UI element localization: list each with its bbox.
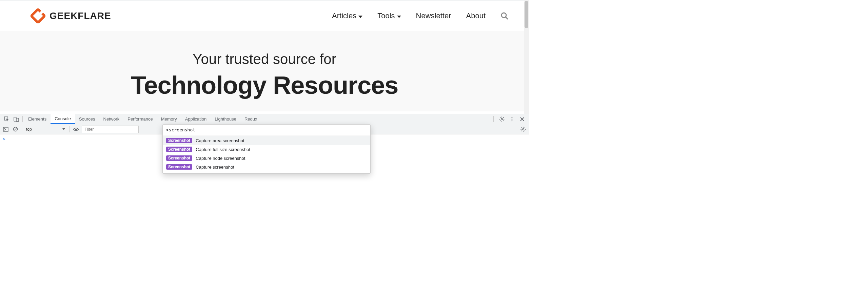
eye-icon bbox=[73, 127, 79, 131]
command-menu-popup: >screenshot Screenshot Capture area scre… bbox=[162, 124, 371, 174]
separator bbox=[69, 126, 70, 132]
tab-application[interactable]: Application bbox=[181, 114, 211, 124]
svg-line-3 bbox=[506, 17, 508, 19]
inspect-element-icon[interactable] bbox=[2, 114, 12, 124]
separator bbox=[493, 116, 494, 122]
logo-text: GEEKFLARE bbox=[50, 10, 111, 21]
more-vertical-icon bbox=[509, 116, 515, 122]
svg-line-30 bbox=[521, 127, 522, 128]
console-filter-input[interactable] bbox=[82, 126, 139, 133]
devtools-tabbar: Elements Console Sources Network Perform… bbox=[0, 114, 529, 124]
command-category-badge: Screenshot bbox=[166, 138, 192, 143]
context-selector[interactable]: top bbox=[25, 126, 66, 133]
site-header: GEEKFLARE Articles Tools Newsletter Abou… bbox=[0, 1, 529, 31]
context-label: top bbox=[26, 127, 32, 132]
command-category-badge: Screenshot bbox=[166, 147, 192, 152]
svg-point-16 bbox=[512, 117, 513, 118]
command-menu-list: Screenshot Capture area screenshot Scree… bbox=[163, 135, 370, 173]
console-settings-button[interactable] bbox=[519, 127, 527, 132]
chevron-down-icon bbox=[358, 16, 362, 18]
nav-newsletter[interactable]: Newsletter bbox=[416, 12, 451, 20]
scrollbar-thumb[interactable] bbox=[525, 1, 528, 28]
tab-memory[interactable]: Memory bbox=[157, 114, 181, 124]
nav-articles[interactable]: Articles bbox=[332, 12, 362, 20]
nav-articles-label: Articles bbox=[332, 12, 356, 20]
clear-icon bbox=[13, 127, 18, 132]
toggle-sidebar-button[interactable] bbox=[2, 127, 9, 132]
device-toolbar-icon[interactable] bbox=[12, 114, 21, 124]
svg-rect-0 bbox=[31, 9, 45, 23]
logo-icon bbox=[31, 8, 45, 23]
svg-rect-6 bbox=[16, 118, 19, 122]
command-menu-input[interactable]: >screenshot bbox=[163, 125, 370, 135]
chevron-down-icon bbox=[397, 16, 401, 18]
live-expression-button[interactable] bbox=[72, 127, 80, 131]
hero-section: Your trusted source for Technology Resou… bbox=[0, 31, 529, 111]
svg-point-24 bbox=[75, 128, 77, 130]
svg-point-17 bbox=[512, 119, 513, 120]
search-button[interactable] bbox=[500, 12, 509, 20]
nav-about-label: About bbox=[466, 12, 486, 20]
close-icon bbox=[520, 117, 525, 122]
separator bbox=[22, 116, 23, 122]
command-item-label: Capture node screenshot bbox=[196, 156, 245, 161]
tab-console[interactable]: Console bbox=[51, 114, 75, 124]
command-item-label: Capture area screenshot bbox=[196, 138, 244, 143]
tab-sources[interactable]: Sources bbox=[75, 114, 99, 124]
command-category-badge: Screenshot bbox=[166, 164, 192, 170]
svg-line-23 bbox=[14, 128, 17, 131]
clear-console-button[interactable] bbox=[12, 127, 19, 132]
search-icon bbox=[500, 12, 509, 20]
site-nav: Articles Tools Newsletter About bbox=[332, 12, 509, 20]
settings-button[interactable] bbox=[498, 116, 505, 123]
chevron-down-icon bbox=[62, 128, 65, 130]
site-logo[interactable]: GEEKFLARE bbox=[31, 8, 111, 23]
tab-redux[interactable]: Redux bbox=[240, 114, 261, 124]
svg-point-25 bbox=[522, 128, 524, 130]
page-scrollbar[interactable] bbox=[524, 0, 529, 114]
nav-about[interactable]: About bbox=[466, 12, 486, 20]
nav-tools[interactable]: Tools bbox=[377, 12, 401, 20]
console-prompt-caret: > bbox=[3, 136, 5, 142]
tab-lighthouse[interactable]: Lighthouse bbox=[211, 114, 240, 124]
hero-subtitle: Your trusted source for bbox=[0, 51, 529, 67]
tab-elements[interactable]: Elements bbox=[24, 114, 51, 124]
gear-icon bbox=[520, 127, 526, 132]
command-category-badge: Screenshot bbox=[166, 155, 192, 161]
hero-title: Technology Resources bbox=[0, 71, 529, 100]
more-button[interactable] bbox=[509, 116, 515, 123]
svg-line-15 bbox=[503, 117, 504, 118]
svg-line-31 bbox=[525, 130, 525, 131]
sidebar-icon bbox=[3, 127, 8, 132]
devtools-right-controls bbox=[492, 116, 527, 123]
command-item-label: Capture screenshot bbox=[196, 165, 234, 170]
svg-line-32 bbox=[521, 130, 522, 131]
command-item-capture-fullsize[interactable]: Screenshot Capture full size screenshot bbox=[163, 145, 370, 154]
close-devtools-button[interactable] bbox=[519, 116, 526, 123]
command-item-capture-area[interactable]: Screenshot Capture area screenshot bbox=[163, 136, 370, 145]
command-item-label: Capture full size screenshot bbox=[196, 147, 250, 152]
nav-tools-label: Tools bbox=[377, 12, 395, 20]
command-item-capture-screenshot[interactable]: Screenshot Capture screenshot bbox=[163, 163, 370, 171]
nav-newsletter-label: Newsletter bbox=[416, 12, 451, 20]
svg-point-18 bbox=[512, 120, 513, 121]
svg-line-33 bbox=[525, 127, 525, 128]
tab-network[interactable]: Network bbox=[99, 114, 124, 124]
svg-line-13 bbox=[503, 120, 504, 121]
svg-line-12 bbox=[500, 117, 501, 118]
svg-line-14 bbox=[500, 120, 501, 121]
command-item-capture-node[interactable]: Screenshot Capture node screenshot bbox=[163, 154, 370, 163]
svg-point-7 bbox=[501, 118, 502, 120]
gear-icon bbox=[499, 116, 505, 122]
separator bbox=[22, 126, 22, 132]
tab-performance[interactable]: Performance bbox=[123, 114, 157, 124]
